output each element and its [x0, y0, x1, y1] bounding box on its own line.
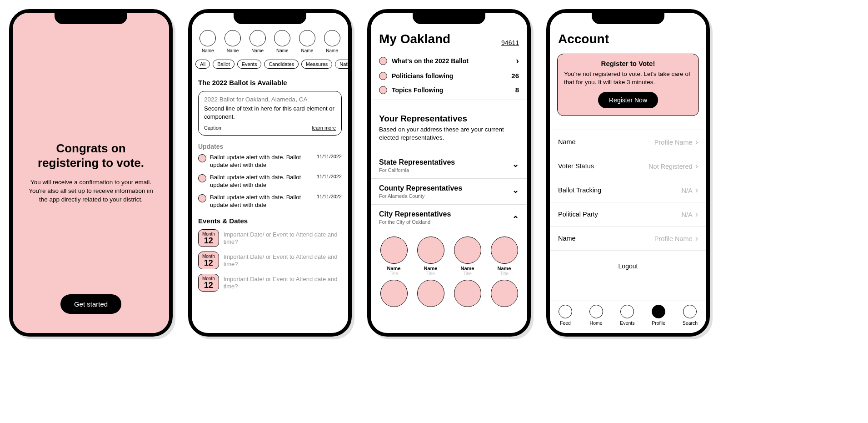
- setting-political-party[interactable]: Political Party N/A: [550, 202, 706, 227]
- date-day: 12: [199, 259, 219, 267]
- logout-link[interactable]: Logout: [550, 262, 706, 270]
- tab-feed[interactable]: Feed: [559, 305, 572, 326]
- settings-list: Name Profile Name Voter Status Not Regis…: [550, 130, 706, 251]
- congrats-title: Congrats on registering to vote.: [25, 141, 157, 170]
- avatar-item[interactable]: Name: [299, 30, 315, 53]
- get-started-button[interactable]: Get started: [60, 294, 121, 314]
- event-text: Important Date/ or Event to Attend date …: [224, 253, 342, 268]
- zip-link[interactable]: 94611: [501, 39, 519, 46]
- event-row[interactable]: Month 12 Important Date/ or Event to Att…: [198, 274, 342, 292]
- avatar-icon: [324, 30, 340, 46]
- dot-icon: [198, 154, 206, 162]
- chevron-right-icon: [695, 211, 698, 218]
- avatar-icon: [417, 237, 444, 264]
- avatar-label: Name: [301, 48, 314, 53]
- avatar-label: Name: [251, 48, 264, 53]
- accordion-state[interactable]: State Representatives For California: [371, 153, 527, 179]
- avatar-icon: [380, 237, 408, 264]
- date-day: 12: [199, 281, 219, 289]
- rep-item[interactable]: NameTitle: [450, 237, 485, 276]
- setting-value: Not Registered: [649, 163, 693, 170]
- chip-candidates[interactable]: Candidates: [264, 60, 299, 69]
- avatar-label: Name: [326, 48, 338, 53]
- link-value: 8: [515, 86, 519, 94]
- setting-name[interactable]: Name Profile Name: [550, 130, 706, 154]
- tab-profile[interactable]: Profile: [652, 305, 665, 326]
- setting-key: Name: [558, 138, 576, 146]
- event-row[interactable]: Month 12 Important Date/ or Event to Att…: [198, 229, 342, 247]
- link-label: Politicians following: [392, 72, 507, 80]
- rep-item[interactable]: [376, 280, 411, 307]
- setting-value: N/A: [682, 211, 693, 218]
- avatar-icon: [274, 30, 290, 46]
- ballot-heading: The 2022 Ballot is Available: [198, 79, 342, 86]
- card-caption: Caption: [204, 125, 221, 131]
- tab-icon: [559, 305, 572, 318]
- ballot-card[interactable]: 2022 Ballot for Oakland, Alameda, CA Sec…: [198, 91, 342, 136]
- update-row[interactable]: Ballot update alert with date. Ballot up…: [198, 194, 342, 209]
- accordion-county[interactable]: County Representatives For Alameda Count…: [371, 179, 527, 205]
- tab-events[interactable]: Events: [620, 305, 634, 326]
- chip-events[interactable]: Events: [237, 60, 262, 69]
- rep-item[interactable]: [450, 280, 485, 307]
- phone-feed: Name Name Name Name Name Name All Ballot…: [188, 9, 352, 337]
- learn-more-link[interactable]: learn more: [312, 125, 336, 131]
- chip-ballot[interactable]: Ballot: [213, 60, 234, 69]
- avatar-item[interactable]: Name: [324, 30, 340, 53]
- rep-name: Name: [413, 266, 448, 271]
- reps-sub: Based on your address these are your cur…: [379, 126, 519, 142]
- city-reps-grid-2: [371, 276, 527, 307]
- link-topics[interactable]: Topics Following 8: [371, 83, 527, 97]
- link-ballot[interactable]: What's on the 2022 Ballot: [371, 53, 527, 69]
- chevron-down-icon: [512, 161, 519, 171]
- avatar-icon: [380, 280, 408, 307]
- link-politicians[interactable]: Politicians following 26: [371, 69, 527, 83]
- register-now-button[interactable]: Register Now: [598, 92, 658, 108]
- rep-item[interactable]: NameTitle: [413, 237, 448, 276]
- link-value: 26: [511, 72, 519, 80]
- event-text: Important Date/ or Event to Attend date …: [224, 276, 342, 291]
- chip-all[interactable]: All: [195, 60, 210, 69]
- tab-label: Profile: [652, 320, 665, 326]
- rep-item[interactable]: [413, 280, 448, 307]
- avatar-item[interactable]: Name: [274, 30, 290, 53]
- chip-measures[interactable]: Measures: [301, 60, 332, 69]
- account-screen: Account Register to Vote! You're not reg…: [550, 13, 706, 333]
- rep-item[interactable]: NameTitle: [376, 237, 411, 276]
- accordion-city[interactable]: City Representatives For the City of Oak…: [371, 205, 527, 230]
- accordion-title: City Representatives: [379, 210, 451, 218]
- dot-icon: [379, 72, 387, 80]
- chevron-right-icon: [516, 55, 519, 66]
- update-date: 11/11/2022: [317, 154, 342, 159]
- avatar-item[interactable]: Name: [249, 30, 266, 53]
- tab-home[interactable]: Home: [589, 305, 603, 326]
- update-row[interactable]: Ballot update alert with date. Ballot up…: [198, 174, 342, 189]
- tab-search[interactable]: Search: [683, 305, 698, 326]
- setting-voter-status[interactable]: Voter Status Not Registered: [550, 154, 706, 178]
- tab-icon: [683, 305, 697, 318]
- dot-icon: [198, 194, 206, 202]
- update-row[interactable]: Ballot update alert with date. Ballot up…: [198, 154, 342, 169]
- avatar-item[interactable]: Name: [224, 30, 241, 53]
- update-date: 11/11/2022: [317, 174, 342, 179]
- rep-title: Title: [376, 271, 411, 276]
- avatar-label: Name: [276, 48, 289, 53]
- notch: [55, 12, 127, 24]
- register-body: You're not registered to vote. Let's tak…: [564, 70, 692, 86]
- date-badge: Month 12: [198, 252, 219, 269]
- rep-item[interactable]: [487, 280, 522, 307]
- rep-item[interactable]: NameTitle: [487, 237, 522, 276]
- chip-national-news[interactable]: National News: [335, 60, 348, 69]
- setting-key: Name: [558, 235, 576, 242]
- setting-ballot-tracking[interactable]: Ballot Tracking N/A: [550, 178, 706, 202]
- event-row[interactable]: Month 12 Important Date/ or Event to Att…: [198, 252, 342, 269]
- avatar-item[interactable]: Name: [200, 30, 216, 53]
- rep-name: Name: [376, 266, 411, 271]
- my-oakland-screen: My Oakland 94611 What's on the 2022 Ball…: [371, 13, 527, 333]
- phone-my-oakland: My Oakland 94611 What's on the 2022 Ball…: [367, 9, 531, 337]
- register-card: Register to Vote! You're not registered …: [557, 54, 699, 116]
- avatar-icon: [491, 237, 518, 264]
- avatar-icon: [454, 237, 481, 264]
- avatar-icon: [249, 30, 266, 46]
- setting-name-2[interactable]: Name Profile Name: [550, 227, 706, 251]
